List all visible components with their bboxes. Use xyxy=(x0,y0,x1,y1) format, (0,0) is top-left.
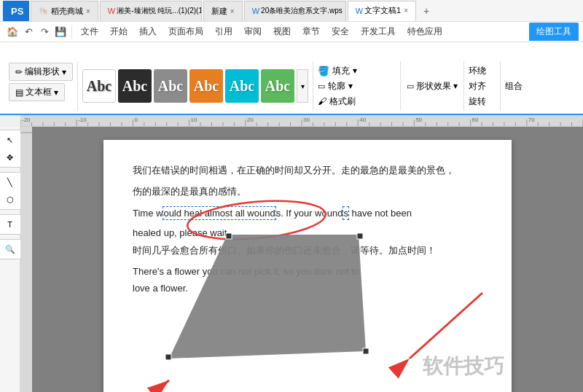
svg-text:70: 70 xyxy=(528,117,535,123)
menu-bar: 🏠 ↶ ↷ 💾 文件 开始 插入 页面布局 引用 审阅 视图 章节 安全 开发工… xyxy=(0,22,583,42)
tab-xiangmei[interactable]: W 湘美-臻湘悦 纯玩...(1)(2)(1) × xyxy=(100,1,202,21)
watermark-text: 软件技巧 xyxy=(423,353,504,380)
line-tool[interactable]: ╲ xyxy=(1,174,19,190)
node-tool[interactable]: ✥ xyxy=(1,149,19,165)
svg-rect-71 xyxy=(363,348,369,354)
combine-section: 组合 xyxy=(501,61,537,111)
tab-ps[interactable]: PS xyxy=(3,1,29,21)
wrap-section: 环绕 对齐 旋转 xyxy=(464,61,501,111)
vertical-ruler xyxy=(20,127,32,392)
abc-style-3[interactable]: Abc xyxy=(154,69,187,103)
doc-line-1: 我们在错误的时间相遇，在正确的时间却又分开。走的最急的是最美的景色， xyxy=(133,162,482,179)
menu-review[interactable]: 审阅 xyxy=(238,24,267,39)
main-area: ↖ ✥ ╲ ⬡ T 🔍 我们在错误的时间相遇，在正确的时间却又分开。走 xyxy=(0,127,583,392)
red-arrow-right xyxy=(366,286,497,392)
abc-style-2[interactable]: Abc xyxy=(118,69,152,103)
abc-style-5[interactable]: Abc xyxy=(225,69,259,103)
fill-button[interactable]: 🪣 填充 ▾ xyxy=(318,65,396,77)
text-frame-button[interactable]: ▤ 文本框 ▾ xyxy=(9,83,65,101)
svg-text:0: 0 xyxy=(134,117,138,123)
ribbon-tabs xyxy=(0,42,583,58)
shape-effect-section: ▭ 形状效果 ▾ xyxy=(401,61,464,111)
tab-wps-doc[interactable]: W 20条唯美治愈系文字.wps × xyxy=(244,1,346,21)
tool-group-text: T xyxy=(0,214,21,235)
menu-devtools[interactable]: 开发工具 xyxy=(355,24,402,39)
tool-group-select: ↖ ✥ xyxy=(0,130,21,168)
abc-style-6[interactable]: Abc xyxy=(261,69,294,103)
tab-daoke[interactable]: 🐚 稻壳商城 × xyxy=(31,1,98,21)
combine-button[interactable]: 组合 xyxy=(505,80,533,93)
wrap-button[interactable]: 环绕 xyxy=(469,65,496,77)
edit-shape-icon: ✏ xyxy=(15,67,23,77)
svg-line-75 xyxy=(410,293,482,358)
format-brush-button[interactable]: 🖌 格式刷 xyxy=(318,95,396,108)
redo-icon[interactable]: ↷ xyxy=(38,26,51,39)
abc-style-4[interactable]: Abc xyxy=(189,69,223,103)
contour-dropdown-icon: ▾ xyxy=(348,81,353,91)
doc-line-6: There's a flower you can not pick it, so… xyxy=(133,263,482,280)
menu-chapter[interactable]: 章节 xyxy=(297,24,326,39)
drawing-tools-tab[interactable]: 绘图工具 xyxy=(529,23,579,41)
menu-start[interactable]: 开始 xyxy=(104,24,133,39)
doc-line-4: healed up, please wait. xyxy=(133,224,482,241)
new-tab-button[interactable]: + xyxy=(418,5,435,17)
tab-new[interactable]: 新建 × xyxy=(203,1,243,21)
svg-rect-70 xyxy=(165,354,171,360)
svg-text:10: 10 xyxy=(191,117,197,123)
abc-more-button[interactable]: ▾ xyxy=(297,69,308,103)
select-tool[interactable]: ↖ xyxy=(1,132,19,148)
contour-icon2: ▭ xyxy=(407,82,414,91)
menu-ref[interactable]: 引用 xyxy=(209,24,238,39)
doc-line-3: Time would heal almost all wounds. If yo… xyxy=(133,205,482,222)
fill-icon: 🪣 xyxy=(318,66,329,77)
zoom-tool[interactable]: 🔍 xyxy=(1,241,19,257)
svg-text:50: 50 xyxy=(415,117,422,123)
menu-file[interactable]: 文件 xyxy=(75,24,104,39)
svg-text:20: 20 xyxy=(247,117,254,123)
menu-insert[interactable]: 插入 xyxy=(133,24,163,39)
v-ruler-svg xyxy=(20,127,32,392)
svg-text:-20: -20 xyxy=(22,117,31,123)
svg-text:30: 30 xyxy=(303,117,310,123)
horizontal-ruler: // Will be done in JS below -20-10010203… xyxy=(20,115,583,127)
format-brush-icon: 🖌 xyxy=(318,96,326,106)
text-tool[interactable]: T xyxy=(1,216,19,232)
shape-tool[interactable]: ⬡ xyxy=(1,192,19,208)
edit-shape-button[interactable]: ✏ 编辑形状 ▾ xyxy=(9,63,73,81)
tool-group-view: 🔍 xyxy=(0,239,21,259)
menu-security[interactable]: 安全 xyxy=(326,24,355,39)
selected-text: ould heal almost all wound xyxy=(163,206,275,220)
selected-text-2: s xyxy=(343,206,349,220)
rotate-button[interactable]: 旋转 xyxy=(469,95,496,108)
svg-text:40: 40 xyxy=(359,117,366,123)
shape-effect-button[interactable]: ▭ 形状效果 ▾ xyxy=(407,80,458,93)
text-frame-icon: ▤ xyxy=(15,87,23,98)
left-toolbar: ↖ ✥ ╲ ⬡ T 🔍 xyxy=(0,127,20,392)
contour-button[interactable]: ▭ 轮廓 ▾ xyxy=(318,80,396,93)
doc-line-3-container: Time would heal almost all wounds. If yo… xyxy=(133,205,482,222)
fill-dropdown-icon: ▾ xyxy=(353,66,357,76)
doc-line-7: love a flower. xyxy=(133,280,482,297)
document-page: 我们在错误的时间相遇，在正确的时间却又分开。走的最急的是最美的景色， 伤的最深的… xyxy=(103,140,512,392)
effect-dropdown-icon: ▾ xyxy=(453,81,458,91)
menu-view[interactable]: 视图 xyxy=(267,24,297,39)
menu-features[interactable]: 特色应用 xyxy=(402,24,448,39)
menu-layout[interactable]: 页面布局 xyxy=(163,24,209,39)
tab-current[interactable]: W 文字文稿1 × xyxy=(348,1,416,21)
abc-styles-section: Abc Abc Abc Abc Abc Abc ▾ xyxy=(78,61,313,111)
abc-style-1[interactable]: Abc xyxy=(82,69,116,103)
fill-section: 🪣 填充 ▾ ▭ 轮廓 ▾ 🖌 格式刷 xyxy=(313,61,401,111)
contour-icon: ▭ xyxy=(318,82,325,91)
document-scroll[interactable]: 我们在错误的时间相遇，在正确的时间却又分开。走的最急的是最美的景色， 伤的最深的… xyxy=(32,127,583,392)
align-button[interactable]: 对齐 xyxy=(469,80,496,93)
undo-icon[interactable]: ↶ xyxy=(22,26,35,39)
doc-line-5: 时间几乎会愈合所有伤口。如果你的伤口还未愈合，请等待。加点时间！ xyxy=(133,242,482,259)
ribbon: ✏ 编辑形状 ▾ ▤ 文本框 ▾ Abc Abc Abc Abc Abc Abc… xyxy=(0,58,583,115)
tool-group-shapes: ╲ ⬡ xyxy=(0,172,21,210)
red-arrow-left xyxy=(60,358,206,392)
title-bar: PS 🐚 稻壳商城 × W 湘美-臻湘悦 纯玩...(1)(2)(1) × 新建… xyxy=(0,0,583,22)
home-icon[interactable]: 🏠 xyxy=(6,26,19,39)
svg-rect-64 xyxy=(20,127,32,392)
svg-text:60: 60 xyxy=(472,117,479,123)
save-icon[interactable]: 💾 xyxy=(54,26,67,39)
